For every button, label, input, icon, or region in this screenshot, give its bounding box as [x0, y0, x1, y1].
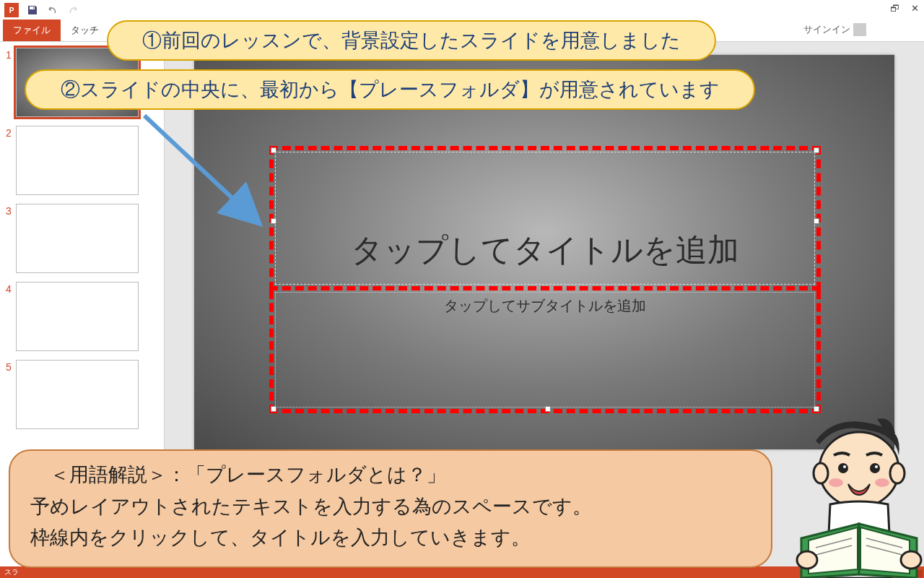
svg-point-14 [797, 551, 817, 569]
thumbnail[interactable]: 4 [6, 282, 158, 351]
signin-label: サインイン [803, 23, 850, 36]
title-bar: P [0, 0, 924, 20]
svg-point-5 [843, 465, 846, 468]
svg-point-2 [814, 463, 828, 483]
svg-point-7 [875, 465, 878, 468]
mascot-character-icon [751, 412, 924, 578]
save-icon[interactable] [25, 2, 40, 18]
status-text: スラ [4, 568, 19, 576]
window-close-icon[interactable]: ✕ [910, 3, 920, 14]
svg-point-4 [838, 463, 848, 473]
subtitle-placeholder[interactable]: タップしてサブタイトルを追加 [269, 290, 821, 413]
svg-point-3 [890, 463, 905, 483]
signin-link[interactable]: サインイン [803, 23, 866, 36]
window-controls: 🗗 ✕ [889, 3, 920, 14]
explain-line-1: ＜用語解説＞：「プレースフォルダとは？」 [30, 460, 751, 491]
annotation-callout-2: ②スライドの中央に、最初から【プレースフォルダ】が用意されています [25, 69, 755, 110]
slide[interactable]: ↻ タップしてタイトルを追加 タップしてサブタイトルを追加 [194, 55, 894, 449]
placeholder-group: タップしてタイトルを追加 タップしてサブタイトルを追加 [269, 146, 821, 413]
window-restore-icon[interactable]: 🗗 [889, 3, 899, 14]
powerpoint-icon: P [4, 3, 19, 17]
title-placeholder[interactable]: タップしてタイトルを追加 [269, 146, 821, 290]
annotation-arrow-icon [130, 108, 274, 238]
explanation-box: ＜用語解説＞：「プレースフォルダとは？」 予めレイアウトされたテキストを入力する… [9, 449, 772, 568]
svg-line-0 [144, 116, 260, 224]
svg-point-6 [870, 463, 880, 473]
svg-point-1 [819, 432, 899, 507]
explain-line-3: 枠線内をクリックして、タイトルを入力していきます。 [30, 522, 751, 553]
redo-icon[interactable] [65, 2, 81, 18]
tab-file[interactable]: ファイル [3, 20, 61, 41]
explain-line-2: 予めレイアウトされたテキストを入力する為のスペースです。 [30, 491, 751, 522]
avatar-icon [853, 23, 866, 36]
svg-point-9 [875, 478, 889, 487]
undo-icon[interactable] [45, 2, 61, 18]
tab-touch[interactable]: タッチ [61, 20, 109, 41]
svg-point-15 [901, 551, 921, 569]
thumbnail[interactable]: 5 [6, 360, 158, 429]
svg-point-8 [829, 478, 843, 487]
annotation-callout-1: ①前回のレッスンで、背景設定したスライドを用意しました [107, 20, 716, 61]
